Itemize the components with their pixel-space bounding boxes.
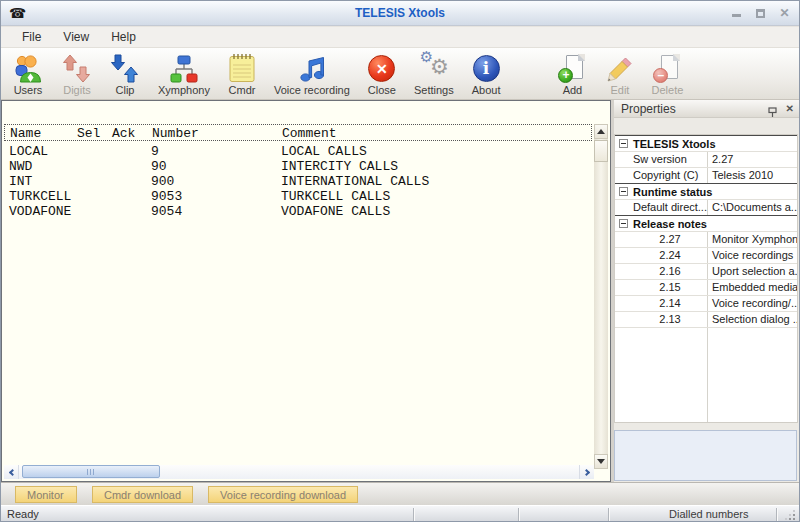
properties-title: Properties — [621, 102, 676, 116]
toolbar-button-settings[interactable]: Settings — [405, 51, 463, 98]
toolbar-button-voice-recording[interactable]: Voice recording — [265, 51, 359, 98]
property-group-release-notes[interactable]: Release notes — [615, 215, 797, 231]
list-item[interactable]: LOCAL 9 LOCAL CALLS — [4, 143, 592, 158]
vertical-scrollbar[interactable] — [594, 124, 608, 469]
toolbar-button-add[interactable]: Add — [547, 51, 597, 98]
toolbar-label: About — [472, 83, 501, 97]
close-panel-icon[interactable] — [786, 103, 794, 114]
maximize-button[interactable] — [754, 8, 767, 19]
toolbar-label: Users — [14, 83, 43, 97]
menu-help[interactable]: Help — [100, 28, 147, 46]
property-group-runtime[interactable]: Runtime status — [615, 183, 797, 199]
toolbar-button-clip[interactable]: Clip — [101, 51, 149, 98]
collapse-icon[interactable] — [619, 187, 628, 196]
property-row[interactable]: 2.16 Uport selection a... — [615, 263, 797, 279]
bottom-tabs: Monitor Cmdr download Voice recording do… — [1, 482, 799, 505]
menu-file[interactable]: File — [11, 28, 52, 46]
menu-bar: File View Help — [1, 27, 799, 48]
tab-monitor[interactable]: Monitor — [15, 486, 77, 503]
status-separator — [608, 508, 609, 521]
up-arrow-icon — [597, 129, 605, 134]
toolbar-label: Delete — [652, 83, 684, 97]
pin-icon[interactable] — [768, 104, 777, 115]
down-arrow-icon — [597, 459, 605, 464]
vertical-scroll-thumb[interactable] — [594, 140, 608, 162]
status-separator — [518, 508, 519, 521]
gears-icon — [419, 53, 449, 83]
toolbar-label: Add — [563, 83, 583, 97]
collapse-icon[interactable] — [619, 139, 628, 148]
list-header-row: Name Sel Ack Number Comment — [4, 124, 592, 141]
properties-header: Properties — [614, 100, 800, 118]
info-circle-icon — [473, 55, 500, 82]
horizontal-scrollbar[interactable] — [4, 465, 594, 479]
status-separator — [413, 508, 414, 521]
list-item[interactable]: INT 900 INTERNATIONAL CALLS — [4, 173, 592, 188]
toolbar-label: Voice recording — [274, 83, 350, 97]
property-row[interactable]: Copyright (C) Telesis 2010 — [615, 167, 797, 183]
toolbar-button-delete[interactable]: Delete — [642, 51, 692, 98]
toolbar-button-about[interactable]: About — [463, 51, 510, 98]
close-window-button[interactable] — [778, 8, 791, 19]
left-arrow-icon — [8, 468, 15, 475]
clip-arrows-icon — [110, 52, 140, 83]
scroll-down-button[interactable] — [594, 454, 608, 469]
plus-badge-icon — [558, 68, 573, 83]
property-row[interactable]: 2.24 Voice recordings ... — [615, 247, 797, 263]
column-header-comment: Comment — [282, 126, 337, 141]
toolbar: Users Digits Clip — [1, 48, 799, 100]
tab-voice-recording-download[interactable]: Voice recording download — [208, 486, 358, 503]
resize-grip[interactable] — [784, 509, 795, 520]
list-item[interactable]: VODAFONE 9054 VODAFONE CALLS — [4, 203, 592, 218]
digits-arrows-icon — [62, 52, 92, 83]
minus-badge-icon — [653, 68, 668, 83]
property-row[interactable]: Default direct... C:\Documents a... — [615, 199, 797, 215]
toolbar-button-xymphony[interactable]: Xymphony — [149, 51, 219, 98]
grid-empty-area — [615, 327, 797, 422]
page-add-icon — [564, 55, 584, 81]
toolbar-button-cmdr[interactable]: Cmdr — [219, 51, 265, 98]
toolbar-button-users[interactable]: Users — [3, 51, 53, 98]
scroll-right-button[interactable] — [579, 465, 594, 479]
right-arrow-icon — [582, 468, 589, 475]
toolbar-label: Settings — [414, 83, 454, 97]
dialled-numbers-list[interactable]: Name Sel Ack Number Comment LOCAL 9 LOCA… — [1, 100, 611, 482]
toolbar-button-edit[interactable]: Edit — [597, 51, 642, 98]
property-group-telesis[interactable]: TELESIS Xtools — [615, 135, 797, 151]
list-item[interactable]: TURKCELL 9053 TURKCELL CALLS — [4, 188, 592, 203]
app-window: ☎ TELESIS Xtools File View Help Us — [0, 0, 800, 522]
list-rows: LOCAL 9 LOCAL CALLS NWD 90 INTERCITY CAL… — [4, 143, 592, 218]
toolbar-label: Digits — [63, 83, 91, 97]
menu-view[interactable]: View — [52, 28, 100, 46]
status-ready: Ready — [7, 508, 39, 520]
properties-grid: TELESIS Xtools Sw version 2.27 Copyright… — [614, 134, 798, 423]
property-row[interactable]: Sw version 2.27 — [615, 151, 797, 167]
property-row[interactable]: 2.27 Monitor Xymphon... — [615, 231, 797, 247]
collapse-icon[interactable] — [619, 219, 628, 228]
property-row[interactable]: 2.13 Selection dialog ... — [615, 311, 797, 327]
close-circle-icon — [368, 55, 395, 82]
property-row[interactable]: 2.14 Voice recording/... — [615, 295, 797, 311]
notepad-icon — [228, 52, 256, 83]
toolbar-button-digits[interactable]: Digits — [53, 51, 101, 98]
column-header-number: Number — [152, 126, 199, 141]
status-separator — [776, 508, 777, 521]
toolbar-label: Xymphony — [158, 83, 210, 97]
horizontal-scroll-thumb[interactable] — [22, 465, 160, 478]
list-item[interactable]: NWD 90 INTERCITY CALLS — [4, 158, 592, 173]
toolbar-button-close[interactable]: Close — [359, 51, 405, 98]
scroll-up-button[interactable] — [594, 124, 608, 139]
property-row[interactable]: 2.15 Embedded media... — [615, 279, 797, 295]
tab-cmdr-download[interactable]: Cmdr download — [92, 486, 193, 503]
users-icon — [12, 52, 44, 83]
window-title: TELESIS Xtools — [1, 6, 799, 20]
title-bar: ☎ TELESIS Xtools — [1, 1, 799, 26]
toolbar-label: Clip — [116, 83, 135, 97]
property-description-box — [614, 430, 797, 481]
status-bar: Ready Dialled numbers — [1, 505, 799, 522]
column-header-sel: Sel — [77, 126, 100, 141]
music-note-icon — [297, 52, 327, 83]
status-dialled-numbers: Dialled numbers — [669, 508, 748, 520]
minimize-button[interactable] — [730, 8, 743, 19]
scroll-left-button[interactable] — [4, 465, 19, 479]
